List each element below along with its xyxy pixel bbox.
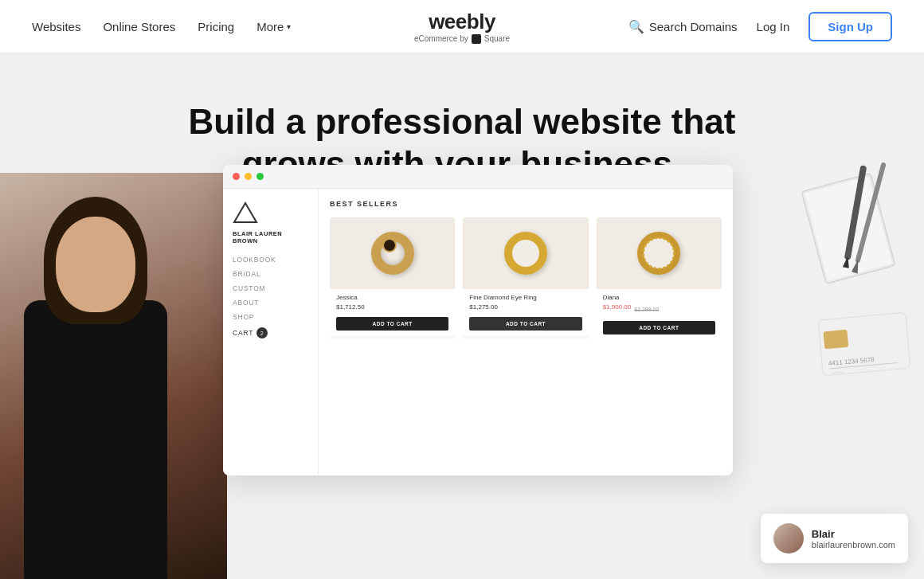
- product-card-diana: Diana $1,900.00 $2,299.00 ADD TO CART: [597, 217, 722, 339]
- products-grid: Jessica $1,712.50 ADD TO CART Fine Diamo…: [330, 217, 722, 339]
- svg-text:~~~~: ~~~~: [831, 369, 844, 375]
- svg-rect-5: [855, 162, 886, 263]
- navbar: Websites Online Stores Pricing More ▾ we…: [0, 0, 924, 53]
- best-sellers-label: BEST SELLERS: [330, 200, 722, 208]
- search-domains-link[interactable]: 🔍 Search Domains: [628, 19, 738, 34]
- product-info-3: Diana $1,900.00 $2,299.00 ADD TO CART: [597, 289, 722, 339]
- product-price-sale-3: $1,900.00: [603, 303, 632, 311]
- cart-label: CART: [233, 329, 253, 337]
- product-info-1: Jessica $1,712.50 ADD TO CART: [330, 289, 455, 335]
- person-face: [56, 217, 135, 312]
- shop-sidebar: BLAIR LAUREN BROWN LOOKBOOK BRIDAL CUSTO…: [223, 189, 319, 475]
- product-name-2: Fine Diamond Eye Ring: [469, 294, 581, 301]
- ring-icon-2: [504, 232, 547, 275]
- browser-maximize-dot: [256, 173, 264, 180]
- nav-right: 🔍 Search Domains Log In Sign Up: [628, 12, 892, 41]
- nav-more-label: More: [256, 20, 284, 33]
- person-image: [0, 173, 227, 579]
- cart-badge: 2: [256, 327, 268, 338]
- weebly-logo[interactable]: weebly eCommerce by Square: [414, 10, 510, 44]
- product-price-1: $1,712.50: [336, 303, 448, 311]
- blair-card: Blair blairlaurenbrown.com: [761, 514, 908, 563]
- person-body: [24, 300, 167, 579]
- blair-name: Blair: [812, 528, 895, 540]
- svg-rect-7: [818, 312, 910, 375]
- sidebar-menu: LOOKBOOK BRIDAL CUSTOM ABOUT SHOP: [233, 256, 308, 321]
- product-price-orig-3: $2,299.00: [634, 307, 659, 312]
- login-link[interactable]: Log In: [757, 20, 790, 33]
- blair-url: blairlaurenbrown.com: [812, 540, 895, 550]
- ring-icon-1: [371, 232, 414, 275]
- signup-button[interactable]: Sign Up: [808, 12, 892, 41]
- logo-triangle-icon: [233, 201, 258, 224]
- ring-icon-3: [637, 232, 680, 275]
- product-image-1: [330, 217, 455, 289]
- nav-online-stores[interactable]: Online Stores: [103, 20, 175, 33]
- logo-sub: eCommerce by Square: [414, 34, 510, 44]
- svg-rect-8: [823, 330, 848, 350]
- shop-logo: BLAIR LAUREN BROWN: [233, 201, 308, 245]
- browser-minimize-dot: [245, 173, 252, 180]
- nav-more[interactable]: More ▾: [256, 20, 291, 33]
- browser-mockup: BLAIR LAUREN BROWN LOOKBOOK BRIDAL CUSTO…: [223, 165, 733, 475]
- svg-rect-3: [844, 165, 867, 260]
- add-to-cart-button-1[interactable]: ADD TO CART: [336, 317, 448, 331]
- svg-rect-1: [801, 173, 895, 284]
- svg-marker-6: [852, 258, 861, 273]
- product-info-2: Fine Diamond Eye Ring $1,275.00 ADD TO C…: [463, 289, 588, 335]
- chevron-down-icon: ▾: [287, 22, 291, 31]
- logo-sub-text: eCommerce by: [414, 34, 468, 43]
- svg-rect-2: [805, 176, 893, 281]
- svg-text:4411 1234 5678: 4411 1234 5678: [828, 356, 875, 367]
- browser-content: BLAIR LAUREN BROWN LOOKBOOK BRIDAL CUSTO…: [223, 189, 733, 475]
- browser-toolbar: [223, 165, 733, 189]
- sidebar-cart[interactable]: CART 2: [233, 327, 308, 338]
- product-card-jessica: Jessica $1,712.50 ADD TO CART: [330, 217, 455, 339]
- search-domains-label: Search Domains: [649, 20, 738, 33]
- blair-avatar: [773, 523, 804, 554]
- browser-close-dot: [233, 173, 240, 180]
- blair-info: Blair blairlaurenbrown.com: [812, 528, 895, 550]
- search-icon: 🔍: [628, 19, 644, 34]
- svg-line-10: [829, 362, 899, 369]
- logo-square-label: Square: [484, 34, 510, 43]
- decorations: 4411 1234 5678 ~~~~: [765, 157, 924, 475]
- shop-main: BEST SELLERS Jessica $1,712.50 ADD TO CA…: [319, 189, 733, 475]
- shop-name: BLAIR LAUREN BROWN: [233, 230, 308, 245]
- nav-links: Websites Online Stores Pricing More ▾: [32, 20, 291, 33]
- sidebar-item-lookbook[interactable]: LOOKBOOK: [233, 256, 308, 264]
- svg-marker-0: [234, 203, 256, 222]
- decoration-svg: 4411 1234 5678 ~~~~: [765, 157, 924, 475]
- product-card-diamond: Fine Diamond Eye Ring $1,275.00 ADD TO C…: [463, 217, 588, 339]
- square-icon: [472, 34, 481, 44]
- product-image-3: [597, 217, 722, 289]
- product-name-3: Diana: [603, 294, 715, 301]
- product-price-2: $1,275.00: [469, 303, 581, 311]
- add-to-cart-button-3[interactable]: ADD TO CART: [603, 321, 715, 334]
- product-name-1: Jessica: [336, 294, 448, 301]
- hero-section: Build a professional website that grows …: [0, 53, 924, 579]
- sidebar-item-about[interactable]: ABOUT: [233, 299, 308, 307]
- product-image-2: [463, 217, 588, 289]
- nav-websites[interactable]: Websites: [32, 20, 80, 33]
- svg-marker-4: [843, 255, 851, 268]
- logo-text: weebly: [414, 10, 510, 34]
- sidebar-item-bridal[interactable]: BRIDAL: [233, 270, 308, 278]
- sidebar-item-custom[interactable]: CUSTOM: [233, 284, 308, 292]
- add-to-cart-button-2[interactable]: ADD TO CART: [469, 317, 581, 331]
- nav-pricing[interactable]: Pricing: [198, 20, 234, 33]
- sidebar-item-shop[interactable]: SHOP: [233, 313, 308, 321]
